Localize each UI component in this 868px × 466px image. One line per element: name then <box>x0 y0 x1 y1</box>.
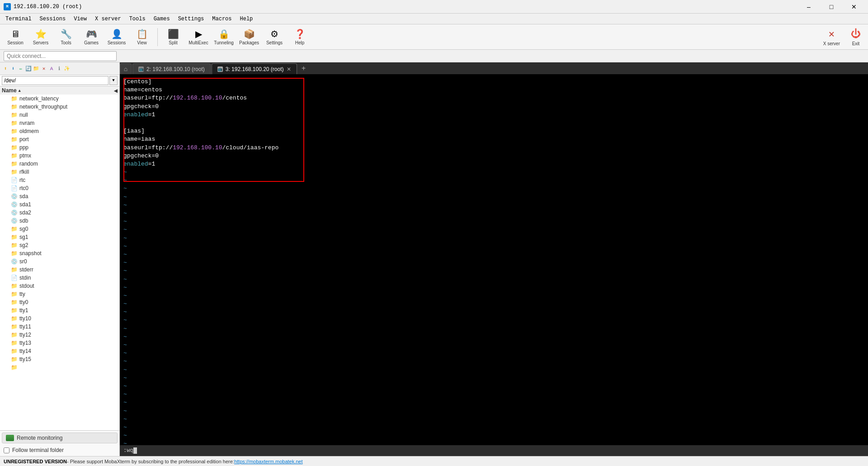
tab-1[interactable]: 📺 2: 192.168.100.10 (root) <box>132 63 211 74</box>
games-button[interactable]: 🎮 Games <box>80 26 103 48</box>
menu-settings[interactable]: Settings <box>175 15 208 23</box>
list-item[interactable]: 📁 ppp <box>0 143 119 152</box>
delete-icon[interactable]: ✕ <box>40 65 47 72</box>
list-item[interactable]: 📁 nvram <box>0 119 119 127</box>
sessions-button[interactable]: 👤 Sessions <box>105 26 128 48</box>
settings-button[interactable]: ⚙ Settings <box>263 26 286 48</box>
collapse-icon[interactable]: ◀ <box>114 88 118 93</box>
list-item[interactable]: 📁 stderr <box>0 266 119 274</box>
list-item[interactable]: 📁 <box>0 363 119 371</box>
list-item[interactable]: 📁 tty12 <box>0 331 119 339</box>
list-item[interactable]: 📁 snapshot <box>0 249 119 257</box>
folder-icon: 📁 <box>11 152 18 159</box>
list-item[interactable]: 📁 sg0 <box>0 225 119 233</box>
session-button[interactable]: 🖥 Session <box>4 26 27 48</box>
star-icon[interactable]: ✨ <box>63 65 71 72</box>
menu-view[interactable]: View <box>70 15 90 23</box>
servers-button[interactable]: ⭐ Servers <box>29 26 52 48</box>
list-item[interactable]: 📁 tty11 <box>0 323 119 331</box>
menu-help[interactable]: Help <box>236 15 257 23</box>
refresh-icon[interactable]: 🔄 <box>25 65 32 72</box>
new-tab-button[interactable]: + <box>298 63 310 74</box>
view-button[interactable]: 📋 View <box>130 26 154 48</box>
list-item[interactable]: 📄 rtc <box>0 176 119 184</box>
list-item[interactable]: 📁 rfkill <box>0 168 119 176</box>
path-dropdown-button[interactable]: ▼ <box>109 76 118 85</box>
tab-2[interactable]: 📺 3: 192.168.100.20 (root) ✕ <box>212 63 297 74</box>
list-item[interactable]: 💿 sdb <box>0 217 119 225</box>
list-item[interactable]: 💿 sr0 <box>0 257 119 266</box>
close-tab-2-icon[interactable]: ✕ <box>287 67 291 72</box>
list-item[interactable]: 💿 sda2 <box>0 209 119 217</box>
new-folder-icon[interactable]: 📁 <box>33 65 40 72</box>
list-item[interactable]: 📄 rtc0 <box>0 184 119 192</box>
menu-games[interactable]: Games <box>150 15 174 23</box>
packages-label: Packages <box>239 40 259 45</box>
command-line-text: :wq <box>123 447 133 454</box>
list-item[interactable]: 📁 tty10 <box>0 314 119 323</box>
list-item[interactable]: 📁 tty15 <box>0 355 119 363</box>
list-item[interactable]: 📁 network_throughput <box>0 103 119 111</box>
list-item[interactable]: 📄 stdin <box>0 274 119 282</box>
unregistered-badge: UNREGISTERED VERSION <box>4 459 67 464</box>
minimize-button[interactable]: – <box>798 0 819 14</box>
remote-monitoring-button[interactable]: Remote monitoring <box>2 433 118 443</box>
status-link[interactable]: https://mobaxterm.mobatek.net <box>234 459 303 464</box>
sidebar-toolbar: ⬆ ⬇ ✏ 🔄 📁 ✕ A ℹ ✨ <box>0 62 119 75</box>
info-icon[interactable]: ℹ <box>56 65 63 72</box>
edit-icon[interactable]: ✏ <box>17 65 24 72</box>
select-all-icon[interactable]: A <box>48 65 55 72</box>
packages-button[interactable]: 📦 Packages <box>237 26 261 48</box>
help-button[interactable]: ❓ Help <box>288 26 311 48</box>
list-item[interactable]: 📁 network_latency <box>0 95 119 103</box>
menu-xserver[interactable]: X server <box>91 15 125 23</box>
folder-icon: 📁 <box>11 250 18 257</box>
download-icon[interactable]: ⬇ <box>9 65 17 72</box>
list-item[interactable]: 📁 tty14 <box>0 347 119 355</box>
list-item[interactable]: 💿 sda1 <box>0 200 119 209</box>
close-button[interactable]: ✕ <box>844 0 864 14</box>
list-item[interactable]: 📁 tty <box>0 290 119 298</box>
list-item[interactable]: 💿 sda <box>0 192 119 200</box>
list-item[interactable]: 📁 sg1 <box>0 233 119 241</box>
maximize-button[interactable]: □ <box>821 0 842 14</box>
menu-tools[interactable]: Tools <box>126 15 149 23</box>
xserver-button[interactable]: ✕ X server <box>820 26 844 48</box>
list-item[interactable]: 📁 sg2 <box>0 241 119 249</box>
list-item[interactable]: 📁 tty0 <box>0 298 119 306</box>
home-tab[interactable]: ⌂ <box>120 63 132 74</box>
upload-icon[interactable]: ⬆ <box>2 65 9 72</box>
sidebar: ⬆ ⬇ ✏ 🔄 📁 ✕ A ℹ ✨ ▼ Name ▲ ◀ 📁 <box>0 62 120 456</box>
path-input[interactable] <box>2 76 108 85</box>
list-item[interactable]: 📁 port <box>0 135 119 143</box>
split-button[interactable]: ⬛ Split <box>161 26 185 48</box>
list-item[interactable]: 📁 stdout <box>0 282 119 290</box>
sidebar-nav-icons: ⬆ ⬇ ✏ 🔄 📁 ✕ A ℹ ✨ <box>2 65 71 72</box>
main-content: ⬆ ⬇ ✏ 🔄 📁 ✕ A ℹ ✨ ▼ Name ▲ ◀ 📁 <box>0 62 868 456</box>
quick-connect-input[interactable] <box>4 51 117 61</box>
folder-icon: 📁 <box>11 340 18 346</box>
list-item[interactable]: 📁 ptmx <box>0 152 119 160</box>
menu-sessions[interactable]: Sessions <box>36 15 70 23</box>
multiexec-button[interactable]: ▶ MultiExec <box>187 26 210 48</box>
terminal-line: ~ <box>123 308 864 316</box>
terminal-content[interactable]: [centos] name=centos baseurl=ftp://192.1… <box>120 74 868 445</box>
menu-macros[interactable]: Macros <box>208 15 235 23</box>
menu-terminal[interactable]: Terminal <box>2 15 35 23</box>
tools-button[interactable]: 🔧 Tools <box>54 26 78 48</box>
tunneling-button[interactable]: 🔒 Tunneling <box>212 26 236 48</box>
folder-icon: 📁 <box>11 144 18 151</box>
view-label: View <box>137 40 147 45</box>
terminal-cursor <box>133 447 137 454</box>
follow-terminal-checkbox[interactable] <box>4 447 9 453</box>
list-item[interactable]: 📁 random <box>0 160 119 168</box>
list-item[interactable]: 📁 oldmem <box>0 127 119 135</box>
list-item[interactable]: 📁 null <box>0 111 119 119</box>
file-tree[interactable]: 📁 network_latency 📁 network_throughput 📁… <box>0 95 119 430</box>
menu-bar: Terminal Sessions View X server Tools Ga… <box>0 14 868 24</box>
terminal-line: ~ <box>123 325 864 333</box>
exit-button[interactable]: ⏻ Exit <box>847 26 864 48</box>
xserver-icon: ✕ <box>829 28 835 40</box>
list-item[interactable]: 📁 tty1 <box>0 306 119 314</box>
list-item[interactable]: 📁 tty13 <box>0 339 119 347</box>
